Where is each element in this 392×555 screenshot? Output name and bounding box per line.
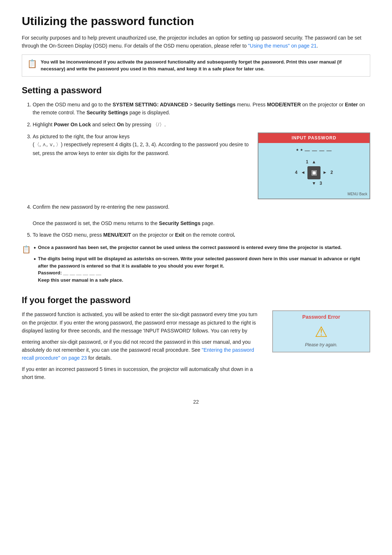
dash4: — — [326, 147, 331, 155]
step-4: Confirm the new password by re-entering … — [33, 203, 370, 227]
password-error-title: Password Error — [273, 311, 369, 321]
password-error-dialog: Password Error ⚠ Please try again. — [272, 310, 370, 352]
menu-back-label: MENU Back — [348, 191, 367, 197]
num4: 4 — [294, 169, 299, 176]
num2: 2 — [329, 169, 334, 176]
input-password-footer: MENU Back — [258, 191, 369, 199]
password-line: Password: __ __ __ __ __ __ — [38, 270, 101, 276]
note2-text: • The digits being input will be display… — [34, 255, 370, 283]
page-title: Utilizing the password function — [22, 15, 370, 28]
warning-box: 📋 You will be inconvenienced if you acti… — [22, 54, 370, 77]
note1-text: • Once a password has been set, the proj… — [34, 244, 370, 252]
enter-icon: ▣ — [311, 167, 317, 178]
intro-paragraph: For security purposes and to help preven… — [22, 34, 370, 50]
step-3: As pictured to the right, the four arrow… — [33, 132, 370, 199]
forget-para3: If you enter an incorrect password 5 tim… — [22, 365, 264, 381]
keep-line: Keep this user manual in a safe place. — [38, 277, 123, 283]
forget-para2: entering another six-digit password, or … — [22, 338, 264, 362]
middle-row: 4 ◄ ▣ ► 2 — [294, 166, 334, 179]
steps-list: Open the OSD menu and go to the SYSTEM S… — [33, 101, 370, 239]
intro-dot: . — [317, 43, 318, 49]
forget-section: If the password function is activated, y… — [22, 310, 370, 384]
step-3-text: As pictured to the right, the four arrow… — [33, 132, 250, 157]
note1-content: Once a password has been set, the projec… — [38, 244, 342, 251]
forget-para1: If the password function is activated, y… — [22, 310, 264, 335]
top-row: 1 ▲ — [305, 159, 323, 166]
notes-section: 📋 • Once a password has been set, the pr… — [22, 244, 370, 286]
input-password-dialog: INPUT PASSWORD * * — — — — 1 ▲ — [258, 132, 370, 199]
step-1: Open the OSD menu and go to the SYSTEM S… — [33, 101, 370, 117]
warning-icon: 📋 — [27, 59, 37, 69]
dash3: — — [319, 147, 324, 155]
warning-triangle-icon: ⚠ — [315, 323, 328, 340]
forget-text3: for details. — [87, 355, 111, 361]
bullet2: • — [34, 255, 36, 264]
star2: * — [301, 147, 302, 155]
intro-link[interactable]: "Using the menus" on page 21 — [248, 43, 317, 49]
center-box: ▣ — [307, 166, 320, 179]
note-item-1: 📋 • Once a password has been set, the pr… — [22, 244, 370, 286]
arrow-grid: 1 ▲ 4 ◄ ▣ ► 2 — [294, 159, 334, 187]
password-stars-row: * * — — — — — [297, 147, 332, 155]
bullet1: • — [34, 244, 36, 252]
num3: 3 — [318, 180, 323, 187]
bottom-row: ▼ 3 — [305, 180, 323, 187]
dash2: — — [312, 147, 317, 155]
setting-password-heading: Setting a password — [22, 85, 370, 95]
note2-content: The digits being input will be displayed… — [38, 256, 360, 269]
try-again-text: Please try again. — [305, 342, 337, 347]
warning-text: You will be inconvenienced if you activa… — [41, 58, 365, 73]
star1: * — [297, 147, 298, 155]
step-5: To leave the OSD menu, press MENU/EXIT o… — [33, 231, 370, 239]
input-password-title: INPUT PASSWORD — [258, 133, 369, 143]
note-icon-1: 📋 — [22, 244, 31, 255]
password-error-body: ⚠ Please try again. — [273, 321, 369, 352]
step-2: Highlight Power On Lock and select On by… — [33, 121, 370, 129]
forget-heading: If you forget the password — [22, 295, 370, 305]
page-number: 22 — [22, 399, 370, 405]
dash1: — — [305, 147, 310, 155]
num1: 1 — [305, 159, 310, 166]
forget-text-block: If the password function is activated, y… — [22, 310, 264, 384]
